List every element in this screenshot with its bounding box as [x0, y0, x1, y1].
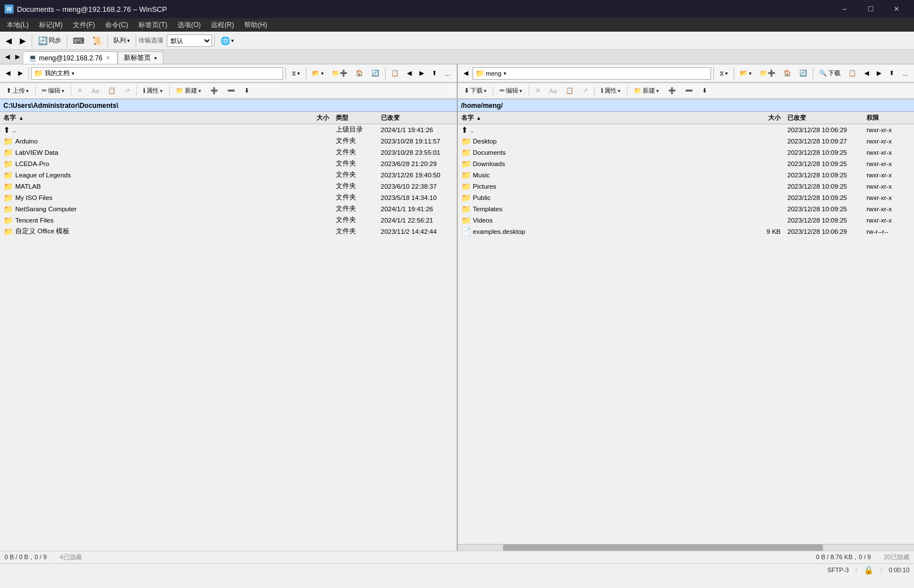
table-row[interactable]: 📁 LCEDA-Pro 文件夹 2023/6/28 21:20:29: [0, 158, 457, 169]
right-edit-button[interactable]: ✏ 编辑 ▾: [496, 85, 526, 97]
menu-command[interactable]: 命令(C): [101, 19, 133, 31]
table-row[interactable]: 📁 NetSarang Computer 文件夹 2024/1/1 19:41:…: [0, 203, 457, 215]
right-back-btn[interactable]: ◀: [460, 66, 471, 81]
left-filter-btn[interactable]: ⧖ ▾: [288, 66, 304, 81]
right-new-remove[interactable]: ➖: [681, 85, 697, 97]
right-newdir-btn[interactable]: 📁➕: [756, 66, 779, 81]
table-row[interactable]: 📁 Arduino 文件夹 2023/10/28 19:11:57: [0, 136, 457, 147]
right-scrollbar[interactable]: [458, 544, 915, 551]
toolbar-back[interactable]: ◀: [2, 33, 15, 48]
table-row[interactable]: ⬆ .. 2023/12/28 10:06:29 rwxr-xr-x: [458, 124, 915, 136]
table-row[interactable]: 📁 Public 2023/12/28 10:09:25 rwxr-xr-x: [458, 192, 915, 203]
left-new-remove[interactable]: ➖: [223, 85, 239, 97]
table-row[interactable]: 📁 Desktop 2023/12/28 10:09:27 rwxr-xr-x: [458, 136, 915, 147]
left-nav-fwd[interactable]: ▶: [416, 66, 427, 81]
menu-local[interactable]: 本地(L): [2, 19, 33, 31]
left-props-button[interactable]: ℹ 属性 ▾: [139, 85, 167, 97]
left-col-modified[interactable]: 已改变: [378, 114, 457, 122]
table-row[interactable]: 📁 Tencent Files 文件夹 2024/1/1 22:56:21: [0, 215, 457, 226]
table-row[interactable]: 📁 Downloads 2023/12/28 10:09:25 rwxr-xr-…: [458, 158, 915, 169]
left-open-btn[interactable]: 📂 ▾: [309, 66, 327, 81]
right-new-sort[interactable]: ⬇: [698, 85, 711, 97]
maximize-button[interactable]: ☐: [857, 0, 883, 18]
left-nav-back[interactable]: ◀: [404, 66, 415, 81]
table-row[interactable]: 📁 Music 2023/12/28 10:09:25 rwxr-xr-x: [458, 169, 915, 181]
table-row[interactable]: 📄 examples.desktop 9 KB 2023/12/28 10:06…: [458, 226, 915, 237]
right-move-action[interactable]: ↗: [579, 85, 592, 97]
tab-close-button[interactable]: ✕: [105, 55, 111, 62]
left-rename-button[interactable]: Aa: [88, 85, 103, 97]
right-nav-more[interactable]: …: [899, 66, 912, 81]
left-move-action[interactable]: ↗: [121, 85, 134, 97]
toolbar-prev-pane[interactable]: ◀: [2, 49, 12, 64]
right-new-button[interactable]: 📁 新建 ▾: [630, 85, 663, 97]
table-row[interactable]: 📁 Templates 2023/12/28 10:09:25 rwxr-xr-…: [458, 203, 915, 215]
right-copy-btn[interactable]: 📋: [845, 66, 860, 81]
table-row[interactable]: 📁 League of Legends 文件夹 2023/12/26 19:40…: [0, 169, 457, 181]
right-find-btn[interactable]: 🔍 下载: [816, 66, 844, 81]
right-props-button[interactable]: ℹ 属性 ▾: [597, 85, 625, 97]
right-col-name[interactable]: 名字 ▲: [458, 114, 745, 122]
left-copy-action[interactable]: 📋: [104, 85, 120, 97]
left-new-sort[interactable]: ⬇: [240, 85, 253, 97]
menu-tab[interactable]: 标签页(T): [134, 19, 172, 31]
right-refresh-btn[interactable]: 🔄: [796, 66, 811, 81]
menu-mark[interactable]: 标记(M): [34, 19, 67, 31]
transfer-mode-select[interactable]: 默认 二进制 文本: [167, 34, 212, 47]
menu-remote[interactable]: 远程(R): [206, 19, 239, 31]
toolbar-forward[interactable]: ▶: [16, 33, 29, 48]
right-col-size[interactable]: 大小: [744, 114, 784, 122]
tab-session[interactable]: 💻 meng@192.168.2.76 ✕: [23, 51, 118, 64]
tab-new[interactable]: 新标签页 ▾: [118, 51, 163, 64]
minimize-button[interactable]: –: [831, 0, 857, 18]
right-nav-up[interactable]: ⬆: [886, 66, 898, 81]
menu-file[interactable]: 文件(F): [68, 19, 99, 31]
toolbar-next-pane[interactable]: ▶: [12, 49, 23, 64]
right-rename-button[interactable]: Aa: [545, 85, 561, 97]
right-path-combo[interactable]: 📁 meng ▾: [473, 67, 712, 80]
left-col-size[interactable]: 大小: [293, 114, 332, 122]
left-refresh-btn[interactable]: 🔄: [368, 66, 383, 81]
right-home-btn[interactable]: 🏠: [780, 66, 795, 81]
right-nav-fwd[interactable]: ▶: [873, 66, 885, 81]
toolbar-script[interactable]: 📜: [89, 33, 105, 48]
right-filter-btn[interactable]: ⧖ ▾: [716, 66, 731, 81]
right-col-perms[interactable]: 权限: [863, 114, 914, 122]
right-nav-back[interactable]: ◀: [861, 66, 872, 81]
left-copy-btn[interactable]: 📋: [388, 66, 402, 81]
menu-help[interactable]: 帮助(H): [240, 19, 272, 31]
right-delete-button[interactable]: ✕: [531, 85, 544, 97]
left-nav-up[interactable]: ⬆: [428, 66, 440, 81]
left-delete-button[interactable]: ✕: [73, 85, 86, 97]
upload-button[interactable]: ⬆ 上传 ▾: [2, 85, 33, 97]
left-back-btn[interactable]: ◀: [2, 66, 14, 81]
left-path-combo[interactable]: 📁 我的文档 ▾: [31, 67, 283, 80]
table-row[interactable]: 📁 Documents 2023/12/28 10:09:25 rwxr-xr-…: [458, 147, 915, 158]
menu-options[interactable]: 选项(O): [173, 19, 205, 31]
left-edit-button[interactable]: ✏ 编辑 ▾: [38, 85, 68, 97]
left-new-add[interactable]: ➕: [206, 85, 222, 97]
left-home-btn[interactable]: 🏠: [352, 66, 367, 81]
right-copy-action[interactable]: 📋: [562, 85, 578, 97]
table-row[interactable]: 📁 自定义 Office 模板 文件夹 2023/11/2 14:42:44: [0, 226, 457, 237]
table-row[interactable]: 📁 My ISO Files 文件夹 2023/5/18 14:34:10: [0, 192, 457, 203]
table-row[interactable]: 📁 Pictures 2023/12/28 10:09:25 rwxr-xr-x: [458, 181, 915, 192]
left-nav-more[interactable]: …: [441, 66, 454, 81]
toolbar-queue[interactable]: 队列 ▾: [110, 33, 133, 48]
right-new-add[interactable]: ➕: [664, 85, 680, 97]
table-row[interactable]: ⬆ .. 上级目录 2024/1/1 19:41:26: [0, 124, 457, 136]
toolbar-sync[interactable]: 🔄 同步: [34, 33, 64, 48]
left-new-button[interactable]: 📁 新建 ▾: [172, 85, 205, 97]
close-button[interactable]: ✕: [883, 0, 909, 18]
table-row[interactable]: 📁 LabVIEW Data 文件夹 2023/10/28 23:55:01: [0, 147, 457, 158]
left-col-name[interactable]: 名字 ▲: [0, 114, 293, 122]
toolbar-globe[interactable]: 🌐 ▾: [217, 33, 237, 48]
toolbar-console[interactable]: ⌨: [70, 33, 88, 48]
left-col-type[interactable]: 类型: [332, 114, 378, 122]
right-col-modified[interactable]: 已改变: [784, 114, 863, 122]
left-forward-btn[interactable]: ▶: [15, 66, 26, 81]
download-button[interactable]: ⬇ 下载 ▾: [460, 85, 491, 97]
right-scrollbar-thumb[interactable]: [503, 545, 822, 551]
left-newdir-btn[interactable]: 📁➕: [328, 66, 351, 81]
right-open-btn[interactable]: 📂 ▾: [737, 66, 755, 81]
